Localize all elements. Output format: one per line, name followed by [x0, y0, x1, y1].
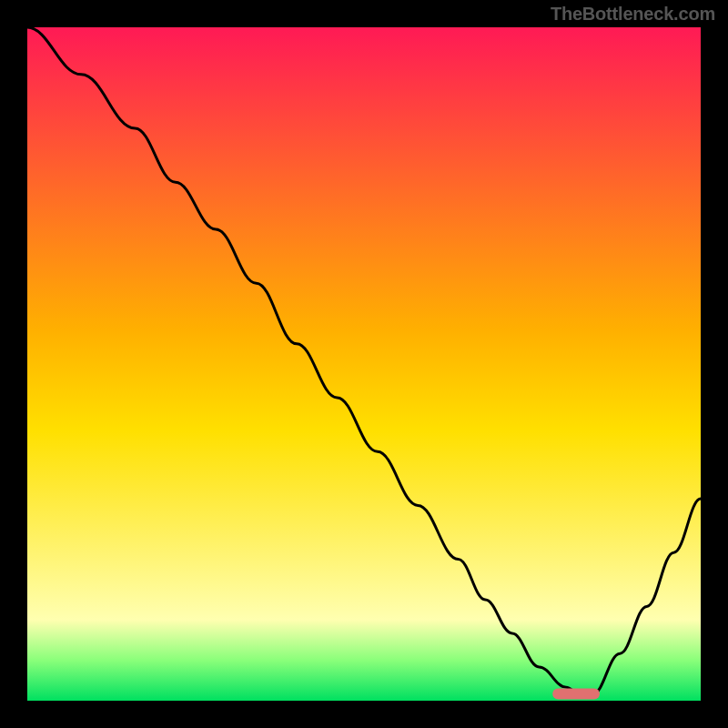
plot-background [27, 27, 701, 701]
bottleneck-curve-chart [0, 0, 728, 728]
minimum-marker [552, 689, 600, 700]
chart-root: TheBottleneck.com [0, 0, 728, 728]
